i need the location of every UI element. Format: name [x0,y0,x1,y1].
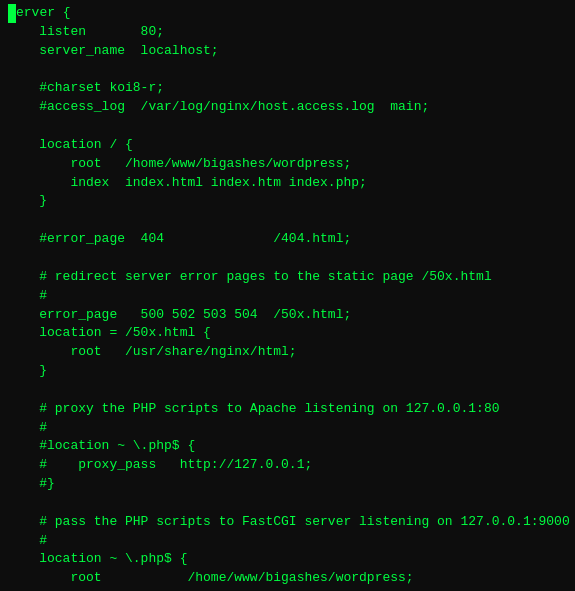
code-line: # pass the PHP scripts to FastCGI server… [8,513,567,532]
code-line: server_name localhost; [8,42,567,61]
code-line: location / { [8,136,567,155]
code-line: #} [8,475,567,494]
code-line [8,61,567,80]
code-line: # [8,287,567,306]
code-line: # redirect server error pages to the sta… [8,268,567,287]
code-line: server { [8,4,567,23]
cursor: s [8,4,16,23]
code-line: #charset koi8-r; [8,79,567,98]
code-content: server { listen 80; server_name localhos… [8,4,567,591]
code-line: # [8,419,567,438]
code-line: #access_log /var/log/nginx/host.access.l… [8,98,567,117]
code-line: } [8,192,567,211]
code-line [8,249,567,268]
code-line: # proxy_pass http://127.0.0.1; [8,456,567,475]
code-line: listen 80; [8,23,567,42]
code-line: location ~ \.php$ { [8,550,567,569]
code-line: error_page 500 502 503 504 /50x.html; [8,306,567,325]
code-line [8,381,567,400]
code-line: # proxy the PHP scripts to Apache listen… [8,400,567,419]
code-line [8,211,567,230]
code-line: #location ~ \.php$ { [8,437,567,456]
code-editor: server { listen 80; server_name localhos… [0,0,575,591]
code-line [8,117,567,136]
code-line: root /usr/share/nginx/html; [8,343,567,362]
code-line: root /home/www/bigashes/wordpress; [8,155,567,174]
code-line: location = /50x.html { [8,324,567,343]
code-line: } [8,362,567,381]
code-line: root /home/www/bigashes/wordpress; [8,569,567,588]
code-line: #error_page 404 /404.html; [8,230,567,249]
code-line: index index.html index.htm index.php; [8,174,567,193]
code-line: # [8,532,567,551]
code-line [8,494,567,513]
